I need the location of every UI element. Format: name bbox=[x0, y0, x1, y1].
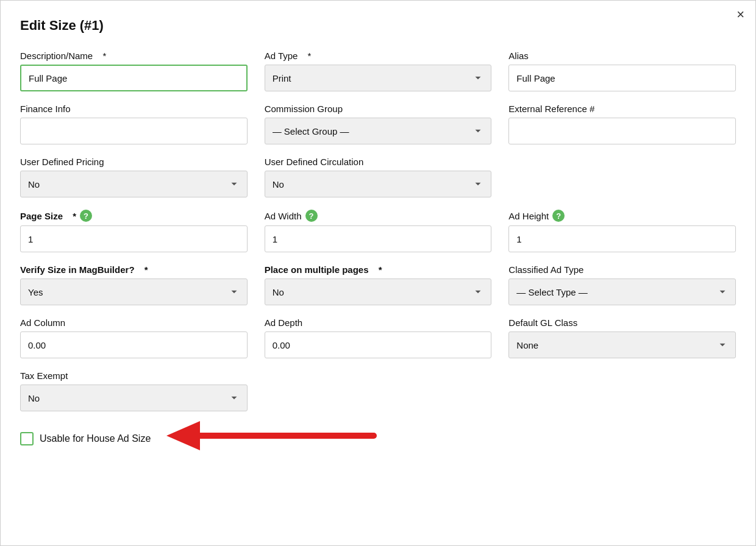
ad-height-label: Ad Height ? bbox=[508, 210, 736, 222]
external-reference-label: External Reference # bbox=[508, 104, 736, 114]
ad-width-label: Ad Width ? bbox=[265, 210, 492, 222]
tax-exempt-field: Tax Exempt No Yes bbox=[20, 370, 248, 411]
ad-height-field: Ad Height ? bbox=[508, 210, 736, 252]
place-on-multiple-label: Place on multiple pages * bbox=[265, 264, 492, 275]
default-gl-class-field: Default GL Class None bbox=[508, 317, 736, 358]
usable-house-ad-label: Usable for House Ad Size bbox=[40, 433, 151, 444]
verify-size-field: Verify Size in MagBuilder? * Yes No bbox=[20, 264, 248, 305]
ad-width-help-icon[interactable]: ? bbox=[305, 210, 318, 222]
ad-column-label: Ad Column bbox=[20, 317, 248, 328]
classified-ad-type-label: Classified Ad Type bbox=[508, 264, 736, 275]
place-on-multiple-select[interactable]: No Yes bbox=[265, 278, 492, 305]
ad-type-select[interactable]: Print Digital Other bbox=[265, 65, 492, 91]
ad-column-field: Ad Column bbox=[20, 317, 248, 358]
close-button[interactable]: × bbox=[736, 8, 744, 21]
edit-size-modal: × Edit Size (#1) Description/Name * Ad T… bbox=[0, 0, 756, 546]
ad-column-input[interactable] bbox=[20, 332, 248, 358]
usable-house-ad-checkbox[interactable] bbox=[20, 432, 34, 445]
usable-house-ad-row: Usable for House Ad Size bbox=[20, 432, 151, 445]
user-defined-pricing-label: User Defined Pricing bbox=[20, 157, 248, 167]
page-size-help-icon[interactable]: ? bbox=[80, 210, 92, 222]
arrow-svg bbox=[166, 416, 386, 456]
ad-depth-input[interactable] bbox=[265, 332, 492, 358]
description-name-input[interactable] bbox=[20, 65, 248, 91]
ad-height-help-icon[interactable]: ? bbox=[552, 210, 565, 222]
user-defined-circulation-field: User Defined Circulation No Yes bbox=[265, 157, 492, 197]
tax-exempt-label: Tax Exempt bbox=[20, 370, 248, 381]
empty-placeholder-2 bbox=[265, 370, 492, 411]
finance-info-field: Finance Info bbox=[20, 104, 248, 144]
ad-depth-field: Ad Depth bbox=[265, 317, 492, 358]
user-defined-pricing-select[interactable]: No Yes bbox=[20, 171, 248, 197]
arrow-indicator bbox=[166, 416, 386, 458]
place-on-multiple-field: Place on multiple pages * No Yes bbox=[265, 264, 492, 305]
alias-field: Alias bbox=[508, 51, 736, 91]
page-size-label: Page Size * ? bbox=[20, 210, 248, 222]
finance-info-label: Finance Info bbox=[20, 104, 248, 114]
modal-title: Edit Size (#1) bbox=[20, 18, 736, 34]
finance-info-input[interactable] bbox=[20, 118, 248, 144]
commission-group-field: Commission Group — Select Group — bbox=[265, 104, 492, 144]
ad-depth-label: Ad Depth bbox=[265, 317, 492, 328]
user-defined-circulation-label: User Defined Circulation bbox=[265, 157, 492, 167]
ad-height-input[interactable] bbox=[508, 225, 736, 252]
page-size-field: Page Size * ? bbox=[20, 210, 248, 252]
external-reference-input[interactable] bbox=[508, 118, 736, 144]
empty-placeholder-1 bbox=[508, 157, 736, 197]
tax-exempt-select[interactable]: No Yes bbox=[20, 385, 248, 411]
svg-marker-1 bbox=[166, 421, 200, 450]
commission-group-label: Commission Group bbox=[265, 104, 492, 114]
external-reference-field: External Reference # bbox=[508, 104, 736, 144]
user-defined-pricing-field: User Defined Pricing No Yes bbox=[20, 157, 248, 197]
commission-group-select[interactable]: — Select Group — bbox=[265, 118, 492, 144]
ad-width-input[interactable] bbox=[265, 225, 492, 252]
ad-type-label: Ad Type * bbox=[265, 51, 492, 61]
description-name-label: Description/Name * bbox=[20, 51, 248, 61]
classified-ad-type-select[interactable]: — Select Type — bbox=[508, 278, 736, 305]
user-defined-circulation-select[interactable]: No Yes bbox=[265, 171, 492, 197]
ad-type-field: Ad Type * Print Digital Other bbox=[265, 51, 492, 91]
default-gl-class-select[interactable]: None bbox=[508, 332, 736, 358]
page-size-input[interactable] bbox=[20, 225, 248, 252]
description-name-field: Description/Name * bbox=[20, 51, 248, 91]
empty-placeholder-3 bbox=[508, 370, 736, 411]
default-gl-class-label: Default GL Class bbox=[508, 317, 736, 328]
usable-house-ad-section: Usable for House Ad Size bbox=[20, 425, 151, 445]
verify-size-select[interactable]: Yes No bbox=[20, 278, 248, 305]
form-grid: Description/Name * Ad Type * Print Digit… bbox=[20, 51, 736, 411]
verify-size-label: Verify Size in MagBuilder? * bbox=[20, 264, 248, 275]
alias-label: Alias bbox=[508, 51, 736, 61]
ad-width-field: Ad Width ? bbox=[265, 210, 492, 252]
classified-ad-type-field: Classified Ad Type — Select Type — bbox=[508, 264, 736, 305]
alias-input[interactable] bbox=[508, 65, 736, 91]
